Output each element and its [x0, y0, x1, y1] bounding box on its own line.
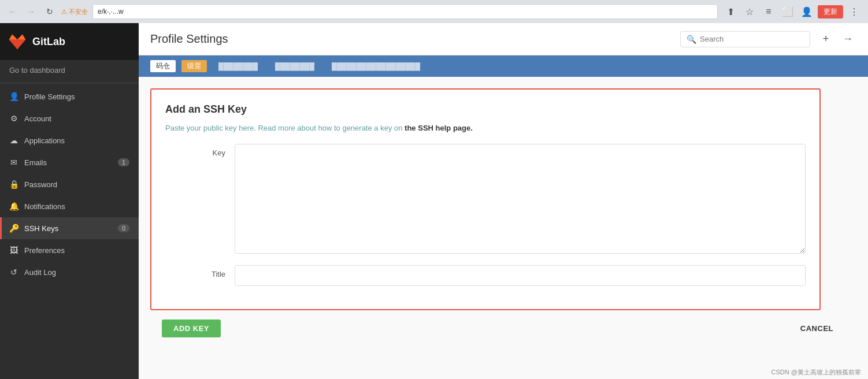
emails-icon: ✉	[9, 158, 18, 167]
browser-actions: ⬆ ☆ ≡ ⬜ 👤 更新 ⋮	[722, 3, 862, 20]
go-to-dashboard-link[interactable]: Go to dashboard	[0, 60, 139, 80]
search-input[interactable]	[700, 35, 804, 43]
forward-button[interactable]: →	[24, 5, 38, 18]
sidebar-item-password[interactable]: 🔒 Password	[0, 173, 139, 195]
signout-button[interactable]: →	[839, 31, 856, 48]
profile-settings-icon: 👤	[9, 92, 18, 101]
account-icon: ⚙	[9, 114, 18, 123]
main-content: Profile Settings 🔍 + → 码仓 级需 ████████ ██…	[139, 23, 868, 379]
refresh-button[interactable]: ↻	[43, 5, 57, 18]
form-description: Paste your public key here. Read more ab…	[165, 124, 806, 132]
sidebar-divider	[0, 83, 139, 83]
bookmark-button[interactable]: ☆	[741, 3, 758, 20]
ssh-form-wrapper: Add an SSH Key Paste your public key her…	[150, 88, 821, 310]
menu-button[interactable]: ⋮	[846, 3, 862, 20]
ssh-keys-badge: 0	[118, 224, 129, 232]
emails-badge: 1	[118, 158, 129, 166]
password-icon: 🔒	[9, 180, 18, 189]
top-bar-actions: + →	[817, 31, 856, 48]
sidebar-header: GitLab	[0, 23, 139, 60]
title-control	[235, 265, 806, 286]
title-label: Title	[165, 265, 235, 278]
title-input[interactable]	[235, 265, 806, 286]
watermark: CSDN @黄土高坡上的独孤前辈	[139, 366, 868, 379]
sidebar-item-ssh-keys[interactable]: 🔑 SSH Keys 0	[0, 217, 139, 239]
banner-item-3[interactable]: ████████	[213, 61, 264, 72]
audit-log-icon: ↺	[9, 267, 18, 277]
banner-item-5[interactable]: ██████████████████	[326, 61, 426, 72]
add-key-button[interactable]: ADD KEY	[162, 319, 221, 337]
share-button[interactable]: ⬆	[722, 3, 739, 20]
page-title: Profile Settings	[150, 32, 680, 46]
app-container: GitLab Go to dashboard 👤 Profile Setting…	[0, 23, 868, 379]
form-title: Add an SSH Key	[165, 103, 806, 116]
account-button[interactable]: 👤	[799, 3, 815, 20]
sidebar-item-label: Applications	[24, 136, 65, 145]
update-button[interactable]: 更新	[818, 5, 843, 18]
search-icon: 🔍	[687, 35, 696, 44]
sidebar-item-label: Audit Log	[24, 268, 56, 277]
cancel-button[interactable]: CANCEL	[789, 319, 845, 337]
back-button[interactable]: ←	[6, 5, 20, 18]
title-field: Title	[165, 265, 806, 286]
sidebar-item-applications[interactable]: ☁ Applications	[0, 129, 139, 151]
notifications-icon: 🔔	[9, 202, 18, 211]
key-textarea[interactable]	[235, 144, 806, 254]
ssh-help-link[interactable]: the SSH help page.	[405, 124, 473, 132]
sidebar-item-label: Profile Settings	[24, 92, 75, 101]
banner-item-1[interactable]: 码仓	[150, 60, 176, 72]
sidebar-item-notifications[interactable]: 🔔 Notifications	[0, 195, 139, 217]
address-bar[interactable]	[92, 4, 718, 19]
add-button[interactable]: +	[817, 31, 834, 48]
gitlab-logo-icon	[8, 32, 27, 51]
banner-item-2[interactable]: 级需	[181, 60, 207, 72]
top-bar: Profile Settings 🔍 + →	[139, 23, 868, 55]
sidebar-item-label: Password	[24, 180, 57, 189]
ssh-keys-icon: 🔑	[9, 224, 18, 233]
gitlab-name: GitLab	[32, 36, 65, 48]
browser-chrome: ← → ↻ ⚠ 不安全 ⬆ ☆ ≡ ⬜ 👤 更新 ⋮	[0, 0, 868, 23]
content-area: Add an SSH Key Paste your public key her…	[139, 77, 868, 366]
sidebar-item-profile-settings[interactable]: 👤 Profile Settings	[0, 86, 139, 107]
banner: 码仓 级需 ████████ ████████ ████████████████…	[139, 55, 868, 77]
sidebar-item-label: Notifications	[24, 202, 65, 211]
sidebar-item-label: SSH Keys	[24, 224, 58, 233]
search-box: 🔍	[680, 31, 810, 47]
sidebar-item-account[interactable]: ⚙ Account	[0, 107, 139, 129]
reader-view-button[interactable]: ⬜	[780, 3, 796, 20]
sidebar-item-preferences[interactable]: 🖼 Preferences	[0, 239, 139, 261]
sidebar-item-label: Preferences	[24, 246, 65, 255]
sidebar-item-audit-log[interactable]: ↺ Audit Log	[0, 261, 139, 283]
security-indicator: ⚠ 不安全	[61, 8, 88, 16]
form-description-text: Paste your public key here. Read more ab…	[165, 124, 405, 132]
sidebar: GitLab Go to dashboard 👤 Profile Setting…	[0, 23, 139, 379]
sidebar-item-label: Account	[24, 114, 51, 123]
applications-icon: ☁	[9, 136, 18, 145]
preferences-icon: 🖼	[9, 246, 18, 255]
key-field: Key	[165, 144, 806, 256]
key-label: Key	[165, 144, 235, 157]
sidebar-item-emails[interactable]: ✉ Emails 1	[0, 151, 139, 173]
browser-toolbar: ← → ↻ ⚠ 不安全 ⬆ ☆ ≡ ⬜ 👤 更新 ⋮	[0, 0, 868, 23]
reading-list-button[interactable]: ≡	[761, 3, 777, 20]
banner-item-4[interactable]: ████████	[269, 61, 320, 72]
key-control	[235, 144, 806, 256]
form-buttons: ADD KEY CANCEL	[150, 310, 856, 347]
sidebar-item-label: Emails	[24, 158, 47, 167]
